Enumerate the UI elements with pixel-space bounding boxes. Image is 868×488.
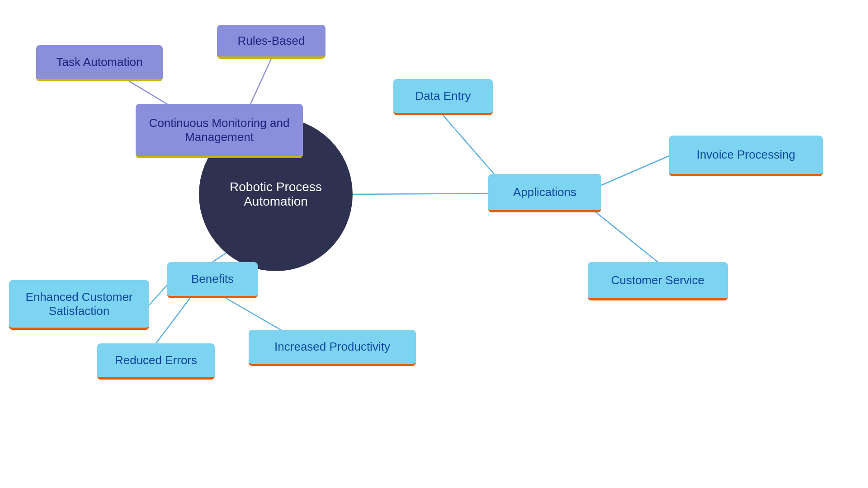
node-enhanced: Enhanced Customer Satisfaction bbox=[9, 280, 149, 330]
node-applications: Applications bbox=[488, 174, 601, 212]
node-rules-based: Rules-Based bbox=[217, 25, 326, 59]
svg-line-7 bbox=[353, 193, 488, 194]
svg-line-5 bbox=[156, 298, 190, 343]
svg-line-10 bbox=[588, 206, 658, 262]
node-task-automation: Task Automation bbox=[36, 45, 163, 81]
node-increased: Increased Productivity bbox=[249, 330, 416, 366]
center-label: Robotic Process Automation bbox=[199, 180, 353, 209]
svg-line-9 bbox=[601, 156, 669, 185]
node-reduced: Reduced Errors bbox=[97, 343, 215, 380]
node-invoice: Invoice Processing bbox=[669, 136, 823, 176]
node-data-entry: Data Entry bbox=[393, 79, 493, 115]
node-continuous: Continuous Monitoring and Management bbox=[136, 104, 303, 158]
node-customer-service: Customer Service bbox=[588, 262, 728, 300]
node-benefits: Benefits bbox=[167, 262, 258, 298]
svg-line-4 bbox=[149, 282, 170, 305]
